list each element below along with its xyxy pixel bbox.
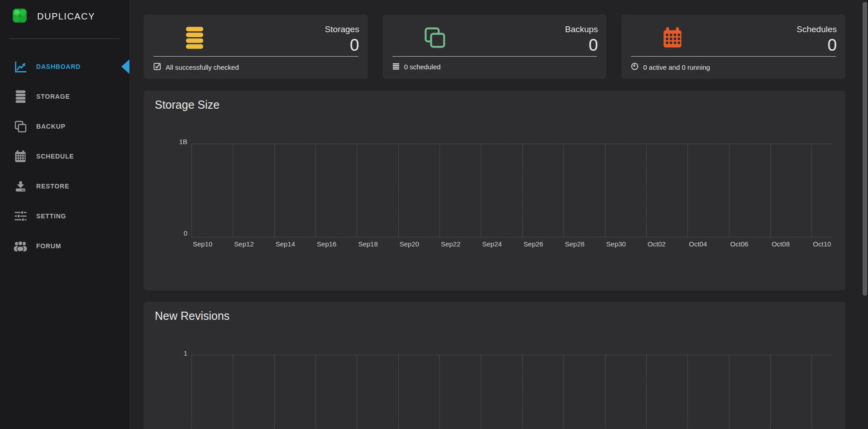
x-tick-label: Sep22 — [441, 240, 460, 248]
vertical-gridline — [522, 355, 523, 429]
vertical-gridline — [398, 144, 399, 237]
card-status-text: All successfully checked — [166, 63, 239, 71]
card-value: 0 — [565, 37, 598, 53]
x-tick-label: Sep10 — [193, 240, 212, 248]
sidebar-item-label: STORAGE — [36, 93, 70, 100]
vertical-gridline — [646, 144, 647, 237]
copy-icon — [14, 121, 27, 133]
vertical-gridline — [357, 144, 357, 237]
copy-icon — [424, 26, 446, 49]
sidebar-item-label: BACKUP — [36, 123, 66, 130]
calendar-icon — [14, 150, 27, 163]
duplicacy-dashboard-page: DUPLICACY DASHBOARD — [0, 0, 868, 429]
vertical-gridline — [439, 144, 440, 237]
x-tick-label: Sep12 — [234, 240, 253, 248]
vertical-gridline — [605, 355, 606, 429]
list-icon — [392, 63, 400, 71]
vertical-gridline — [315, 144, 316, 237]
vertical-gridline — [646, 355, 647, 429]
vertical-gridline — [563, 355, 564, 429]
x-tick-label: Sep16 — [317, 240, 336, 248]
x-tick-label: Oct06 — [730, 240, 749, 248]
vertical-gridline — [563, 144, 564, 237]
app-title: DUPLICACY — [37, 11, 95, 22]
sidebar-item-label: DASHBOARD — [36, 63, 81, 70]
vertical-gridline — [770, 144, 771, 237]
download-icon — [14, 181, 27, 192]
app-logo[interactable]: DUPLICACY — [12, 8, 95, 25]
card-label: Storages — [325, 24, 359, 34]
vertical-gridline — [274, 355, 275, 429]
summary-cards-row: Storages 0 All successfully checked — [144, 14, 845, 79]
vertical-gridline — [522, 144, 523, 237]
chart-title: Storage Size — [155, 98, 219, 111]
vertical-gridline — [729, 144, 730, 237]
checked-checkbox-icon — [153, 63, 161, 72]
vertical-gridline — [357, 355, 357, 429]
sidebar-item-label: SETTING — [36, 212, 66, 220]
sidebar-item-schedule[interactable]: SCHEDULE — [0, 141, 129, 171]
active-item-indicator — [121, 59, 129, 74]
y-axis-label-max: 1 — [144, 349, 187, 357]
card-value: 0 — [325, 37, 359, 53]
x-tick-label: Sep30 — [606, 240, 626, 248]
chart-title: New Revisions — [155, 309, 229, 323]
vertical-gridline — [770, 355, 771, 429]
x-tick-label: Oct08 — [772, 240, 790, 248]
y-axis-label-min: 0 — [144, 229, 187, 237]
clock-icon — [631, 63, 639, 72]
x-tick-label: Sep24 — [482, 240, 501, 248]
x-tick-label: Sep18 — [358, 240, 377, 248]
vertical-gridline — [274, 144, 275, 237]
vertical-gridline — [233, 355, 233, 429]
sidebar-item-label: RESTORE — [36, 183, 69, 190]
storage-size-panel: Storage Size 1B 0 Sep10Sep12Sep14Sep16Se… — [144, 91, 845, 290]
card-divider — [153, 56, 358, 57]
sidebar-item-backup[interactable]: BACKUP — [0, 111, 129, 141]
users-icon — [14, 241, 27, 251]
new-revisions-chart-plot — [191, 355, 832, 429]
card-value: 0 — [796, 37, 837, 53]
x-tick-label: Sep26 — [524, 240, 543, 248]
database-icon — [14, 90, 27, 103]
vertical-gridline — [481, 355, 481, 429]
sidebar-item-restore[interactable]: RESTORE — [0, 171, 129, 201]
storages-card: Storages 0 All successfully checked — [144, 14, 368, 79]
storage-size-chart-plot: Sep10Sep12Sep14Sep16Sep18Sep20Sep22Sep24… — [191, 144, 832, 237]
vertical-gridline — [811, 144, 812, 237]
vertical-gridline — [315, 355, 316, 429]
vertical-gridline — [605, 144, 606, 237]
card-label: Backups — [565, 24, 598, 34]
y-axis-label-max: 1B — [144, 138, 187, 145]
x-tick-label: Sep20 — [400, 240, 419, 248]
chart-line-icon — [14, 60, 27, 73]
card-divider — [631, 56, 836, 57]
sidebar-item-storage[interactable]: STORAGE — [0, 82, 129, 111]
vertical-gridline — [687, 144, 688, 237]
sidebar-divider — [9, 39, 119, 39]
green-cube-logo-icon — [12, 8, 27, 25]
schedules-card: Schedules 0 0 active and 0 running — [621, 14, 845, 79]
backups-card: Backups 0 0 scheduled — [383, 14, 607, 79]
sidebar-item-forum[interactable]: FORUM — [0, 231, 129, 261]
calendar-icon — [663, 26, 682, 49]
vertical-gridline — [481, 144, 481, 237]
card-divider — [392, 56, 597, 57]
card-status-text: 0 scheduled — [404, 63, 441, 71]
sidebar-nav: DASHBOARD STORAGE — [0, 52, 129, 261]
sidebar: DUPLICACY DASHBOARD — [0, 0, 129, 429]
vertical-gridline — [191, 144, 192, 237]
vertical-gridline — [398, 355, 399, 429]
card-status-text: 0 active and 0 running — [643, 63, 710, 71]
sliders-icon — [14, 211, 27, 222]
database-icon — [185, 26, 204, 49]
x-tick-label: Sep14 — [276, 240, 295, 248]
x-tick-label: Oct02 — [648, 240, 666, 248]
vertical-gridline — [811, 355, 812, 429]
page-scrollbar-thumb[interactable] — [863, 2, 867, 296]
vertical-gridline — [439, 355, 440, 429]
card-label: Schedules — [796, 24, 837, 34]
new-revisions-panel: New Revisions 1 — [144, 302, 845, 429]
sidebar-item-dashboard[interactable]: DASHBOARD — [0, 52, 129, 82]
sidebar-item-setting[interactable]: SETTING — [0, 201, 129, 231]
